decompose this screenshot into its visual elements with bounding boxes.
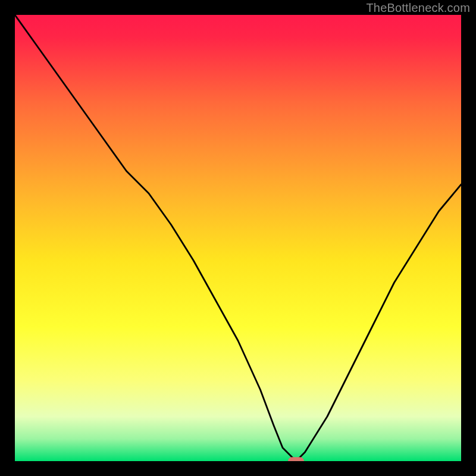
gradient-background [15,15,461,461]
plot-area [15,15,461,461]
watermark-text: TheBottleneck.com [366,1,470,15]
gradient-v-curve-chart [15,15,461,461]
chart-frame: TheBottleneck.com [0,0,476,476]
optimum-marker [288,457,304,461]
